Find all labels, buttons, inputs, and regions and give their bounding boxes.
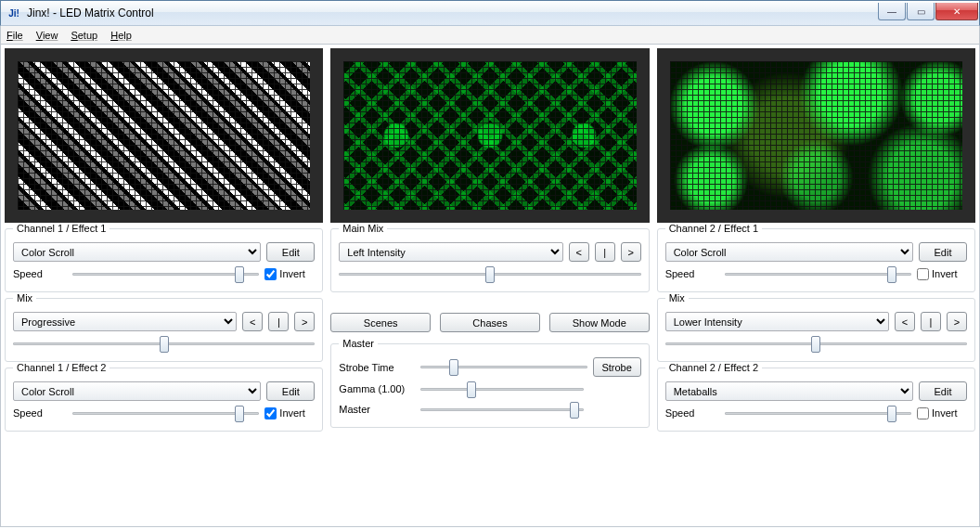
- speed-slider-ch2e1[interactable]: [725, 265, 911, 282]
- mix-pause-ch1[interactable]: |: [268, 312, 289, 331]
- edit-ch1-effect2[interactable]: Edit: [266, 381, 315, 401]
- group-master: Master Strobe Time Strobe Gamma (1.00) M…: [330, 343, 649, 428]
- gamma-label: Gamma (1.00): [339, 383, 415, 394]
- master-slider[interactable]: [420, 401, 583, 418]
- invert-check-ch1e1[interactable]: [264, 268, 277, 280]
- group-ch2-mix: Mix Lower Intensity < | >: [657, 298, 975, 362]
- invert-label-ch2e1: Invert: [932, 268, 958, 279]
- combo-ch2-mix[interactable]: Lower Intensity: [665, 312, 889, 331]
- strobe-time-slider[interactable]: [420, 359, 587, 376]
- speed-label-ch2e1: Speed: [665, 268, 719, 279]
- strobe-time-label: Strobe Time: [339, 362, 415, 373]
- window-title: Jinx! - LED Matrix Control: [27, 6, 154, 19]
- combo-ch2-effect1[interactable]: Color Scroll: [665, 242, 913, 262]
- center-button-row: Scenes Chases Show Mode: [330, 313, 649, 332]
- menu-setup[interactable]: Setup: [71, 30, 97, 41]
- mix-pause-ch2[interactable]: |: [921, 312, 941, 331]
- menu-file[interactable]: File: [6, 30, 23, 41]
- menubar: File View Setup Help: [0, 26, 980, 45]
- column-center: Main Mix Left Intensity < | > Scenes Cha…: [330, 48, 649, 523]
- invert-check-ch1e2[interactable]: [264, 407, 277, 419]
- maximize-button[interactable]: ▭: [907, 3, 935, 20]
- label-ch1-mix: Mix: [13, 292, 36, 303]
- label-ch1-effect2: Channel 1 / Effect 2: [13, 362, 110, 373]
- invert-check-ch2e1[interactable]: [917, 268, 929, 280]
- app-icon: Ji!: [6, 6, 21, 20]
- label-ch2-effect1: Channel 2 / Effect 1: [665, 223, 762, 234]
- mix-next-ch2[interactable]: >: [947, 312, 967, 331]
- label-ch2-effect2: Channel 2 / Effect 2: [665, 362, 762, 373]
- mix-next-ch1[interactable]: >: [294, 312, 315, 331]
- mix-slider-ch1[interactable]: [13, 335, 315, 352]
- column-right: Channel 2 / Effect 1 Color Scroll Edit S…: [657, 48, 975, 523]
- combo-ch1-effect1[interactable]: Color Scroll: [13, 242, 261, 262]
- close-button[interactable]: ✕: [935, 3, 978, 20]
- scenes-button[interactable]: Scenes: [330, 313, 431, 332]
- titlebar: Ji! Jinx! - LED Matrix Control — ▭ ✕: [0, 0, 980, 26]
- mix-prev-ch2[interactable]: <: [895, 312, 915, 331]
- speed-slider-ch1e1[interactable]: [72, 265, 259, 282]
- speed-label-ch1e1: Speed: [13, 268, 67, 279]
- combo-ch1-mix[interactable]: Progressive: [13, 312, 237, 331]
- menu-view[interactable]: View: [36, 30, 58, 41]
- strobe-button[interactable]: Strobe: [593, 357, 641, 377]
- group-ch1-effect2: Channel 1 / Effect 2 Color Scroll Edit S…: [5, 368, 323, 432]
- chases-button[interactable]: Chases: [440, 313, 540, 332]
- workspace: Channel 1 / Effect 1 Color Scroll Edit S…: [0, 45, 980, 527]
- master-level-label: Master: [339, 404, 415, 415]
- preview-main-mix: [330, 48, 649, 223]
- mix-prev-ch1[interactable]: <: [242, 312, 263, 331]
- speed-slider-ch2e2[interactable]: [725, 405, 911, 421]
- invert-label-ch1e1: Invert: [279, 268, 305, 279]
- mainmix-prev[interactable]: <: [569, 242, 589, 262]
- invert-label-ch2e2: Invert: [932, 407, 958, 419]
- group-ch2-effect2: Channel 2 / Effect 2 Metaballs Edit Spee…: [657, 368, 975, 432]
- combo-mainmix[interactable]: Left Intensity: [339, 242, 562, 262]
- preview-channel-1: [5, 48, 323, 223]
- label-master: Master: [339, 338, 378, 349]
- mainmix-slider[interactable]: [339, 265, 640, 282]
- label-ch2-mix: Mix: [665, 292, 689, 303]
- edit-ch1-effect1[interactable]: Edit: [266, 242, 315, 262]
- menu-help[interactable]: Help: [110, 30, 132, 41]
- group-ch2-effect1: Channel 2 / Effect 1 Color Scroll Edit S…: [657, 228, 975, 292]
- combo-ch2-effect2[interactable]: Metaballs: [665, 381, 913, 401]
- edit-ch2-effect1[interactable]: Edit: [919, 242, 967, 262]
- invert-check-ch2e2[interactable]: [917, 407, 929, 419]
- mainmix-next[interactable]: >: [621, 242, 641, 262]
- column-left: Channel 1 / Effect 1 Color Scroll Edit S…: [5, 48, 323, 523]
- speed-slider-ch1e2[interactable]: [72, 405, 259, 421]
- group-mainmix: Main Mix Left Intensity < | >: [330, 228, 649, 292]
- showmode-button[interactable]: Show Mode: [549, 313, 650, 332]
- group-ch1-mix: Mix Progressive < | >: [5, 298, 323, 362]
- combo-ch1-effect2[interactable]: Color Scroll: [13, 381, 261, 401]
- label-ch1-effect1: Channel 1 / Effect 1: [13, 223, 110, 234]
- mix-slider-ch2[interactable]: [665, 335, 967, 352]
- speed-label-ch1e2: Speed: [13, 407, 67, 419]
- mainmix-pause[interactable]: |: [595, 242, 615, 262]
- group-ch1-effect1: Channel 1 / Effect 1 Color Scroll Edit S…: [5, 228, 323, 292]
- label-mainmix: Main Mix: [339, 223, 387, 234]
- invert-label-ch1e2: Invert: [279, 407, 305, 419]
- preview-channel-2: [657, 48, 975, 223]
- minimize-button[interactable]: —: [878, 3, 906, 20]
- gamma-slider[interactable]: [420, 381, 583, 397]
- edit-ch2-effect2[interactable]: Edit: [919, 381, 967, 401]
- speed-label-ch2e2: Speed: [665, 407, 719, 419]
